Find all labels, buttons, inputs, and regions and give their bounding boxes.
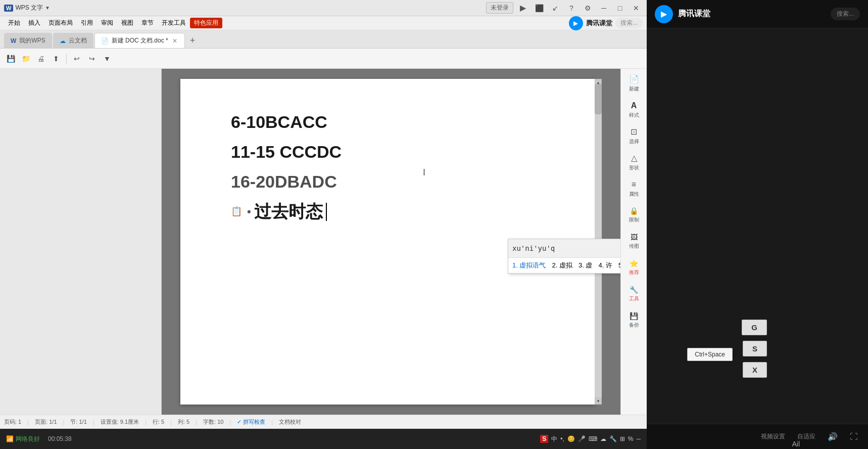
candidate-2[interactable]: 2. 虚拟 (552, 261, 572, 270)
image-label: 传图 (629, 243, 639, 250)
panel-btn-image[interactable]: 🖼 传图 (623, 229, 645, 254)
help-btn[interactable]: ? (565, 2, 578, 15)
recommend-icon: ⭐ (630, 259, 638, 267)
tab-doc[interactable]: 📄 新建 DOC 文档.doc * ✕ (94, 33, 185, 48)
tab-cloud[interactable]: ☁ 云文档 (53, 33, 93, 48)
menu-item-view[interactable]: 视图 (117, 18, 137, 28)
tencent-fullscreen-btn[interactable]: ⛶ (850, 432, 858, 441)
tool-icon: 🔧 (630, 286, 638, 294)
attr-icon: ≡ (632, 180, 636, 189)
max-btn[interactable]: □ (613, 2, 626, 15)
panel-btn-attr[interactable]: ≡ 属性 (623, 176, 645, 201)
tencent-video-settings-btn[interactable]: 视频设置 (761, 432, 785, 441)
mic-btn[interactable]: 🎤 (578, 435, 586, 442)
toolbar-redo[interactable]: ↪ (85, 52, 99, 65)
wps-logo-box: W (4, 5, 13, 12)
status-sep-4: | (145, 419, 147, 425)
image-icon: 🖼 (631, 233, 638, 241)
menu-item-chapter[interactable]: 章节 (137, 18, 158, 28)
network-status: 📶 网络良好 (6, 435, 40, 443)
close-btn[interactable]: ✕ (630, 2, 643, 15)
tencent-fit-screen-btn[interactable]: 自适应 (797, 432, 815, 441)
toolbar-open[interactable]: 📁 (19, 52, 32, 65)
min-btn[interactable]: ─ (597, 2, 610, 15)
panel-btn-style[interactable]: A 样式 (623, 97, 645, 122)
ai-text: Ail (792, 440, 800, 448)
panel-btn-select[interactable]: ⊡ 选择 (623, 123, 645, 149)
panel-btn-tool[interactable]: 🔧 工具 (623, 281, 645, 306)
menu-item-special[interactable]: 特色应用 (190, 18, 222, 28)
title-bar-right: 未登录 ▶ ⬛ ↙ ? ⚙ ─ □ ✕ (486, 2, 643, 15)
wps-logo: W WPS 文字 ▼ (4, 4, 50, 12)
toolbar-export[interactable]: ⬆ (50, 52, 63, 65)
toolbar-icon-2[interactable]: ⬛ (533, 2, 546, 15)
toolbar-print[interactable]: 🖨 (34, 52, 47, 65)
menu-item-start[interactable]: 开始 (4, 18, 24, 28)
scrollbar-thumb[interactable] (595, 84, 602, 114)
tencent-search-hint[interactable]: 搜索... (615, 18, 643, 28)
tab-doc-close[interactable]: ✕ (171, 37, 178, 44)
tencent-mute-btn[interactable]: 🔊 (828, 432, 838, 441)
not-logged-btn[interactable]: 未登录 (486, 2, 513, 14)
status-doc-check[interactable]: 文档校对 (279, 418, 301, 426)
style-label: 样式 (629, 112, 639, 119)
doc-line-1: 6-10BCACC (231, 109, 544, 135)
panel-btn-recommend[interactable]: ⭐ 推荐 (623, 255, 645, 280)
tencent-panel-search[interactable]: 搜索... (831, 8, 860, 20)
candidate-3[interactable]: 3. 虚 (578, 261, 592, 270)
toolbar-save[interactable]: 💾 (4, 52, 17, 65)
menu-item-layout[interactable]: 页面布局 (44, 18, 77, 28)
menu-item-dev[interactable]: 开发工具 (158, 18, 190, 28)
mouse-cursor: I (423, 167, 424, 177)
candidate-4[interactable]: 4. 许 (598, 261, 612, 270)
tab-add-btn[interactable]: + (186, 33, 200, 48)
toolbar-icon-1[interactable]: ▶ (516, 2, 529, 15)
recommend-label: 推荐 (629, 269, 639, 276)
content-row: 126500704172384812文件21文件名.doc 6-10BCACC … (0, 69, 647, 415)
status-col: 列: 5 (178, 418, 189, 426)
scrollbar-down-arrow[interactable]: ▼ (595, 397, 602, 405)
document-page[interactable]: 126500704172384812文件21文件名.doc 6-10BCACC … (180, 79, 595, 405)
settings-icon[interactable]: ⚙ (581, 2, 594, 15)
menu-item-ref[interactable]: 引用 (77, 18, 97, 28)
shape-icon: △ (631, 153, 637, 163)
toolbar-icon-3[interactable]: ↙ (549, 2, 562, 15)
panel-btn-new[interactable]: 📄 新建 (623, 71, 645, 96)
tool-small-btn[interactable]: 🔧 (609, 435, 617, 442)
panel-btn-limit[interactable]: 🔒 限制 (623, 202, 645, 228)
toolbar-arrow[interactable]: ▼ (101, 52, 114, 65)
ai-label-visible: Ail (792, 440, 800, 448)
minus-btn[interactable]: ─ (636, 435, 641, 442)
cloud-btn[interactable]: ☁ (600, 435, 606, 442)
tencent-play-icon-panel: ▶ (655, 5, 673, 23)
grid-btn[interactable]: ⊞ (620, 435, 625, 442)
attr-label: 属性 (629, 191, 639, 198)
doc-line-2: 11-15 CCCDC (231, 139, 544, 165)
candidate-5[interactable]: 5. 需 (618, 261, 620, 270)
network-bar: 📶 网络良好 00:05:38 S 中 •, 😊 🎤 ⌨ ☁ 🔧 ⊞ % ─ (0, 429, 647, 449)
menu-item-insert[interactable]: 插入 (24, 18, 44, 28)
toolbar-undo[interactable]: ↩ (70, 52, 83, 65)
toolbar-sep-1 (66, 54, 67, 64)
status-spell-check[interactable]: ✓ 拼写检查 (237, 418, 265, 426)
ctrl-space-popup: Ctrl+Space (687, 348, 733, 361)
doc-line-4[interactable]: 📋 • 过去时态 (231, 199, 544, 224)
sogou-ime-status: S 中 •, 😊 🎤 ⌨ ☁ 🔧 ⊞ % ─ (540, 435, 641, 443)
ime-lang-label[interactable]: 中 (551, 435, 557, 443)
select-icon: ⊡ (631, 127, 637, 137)
menu-item-review[interactable]: 审阅 (97, 18, 117, 28)
tab-my-wps-icon: W (11, 37, 16, 44)
candidate-1[interactable]: 1. 虚拟语气 (512, 261, 546, 270)
float-key-g[interactable]: G (742, 320, 767, 335)
tool-label: 工具 (629, 295, 639, 302)
status-page-count: 页码: 1 (4, 418, 21, 426)
dropdown-arrow[interactable]: ▼ (45, 5, 50, 11)
tab-my-wps[interactable]: W 我的WPS (4, 33, 52, 48)
float-key-s[interactable]: S (743, 341, 767, 356)
shape-label: 形状 (629, 164, 639, 171)
panel-btn-backup[interactable]: 💾 备价 (623, 307, 645, 333)
float-key-x[interactable]: X (743, 362, 767, 378)
panel-btn-shape[interactable]: △ 形状 (623, 150, 645, 175)
emoji-btn[interactable]: 😊 (567, 435, 575, 442)
keyboard-btn[interactable]: ⌨ (589, 435, 597, 442)
